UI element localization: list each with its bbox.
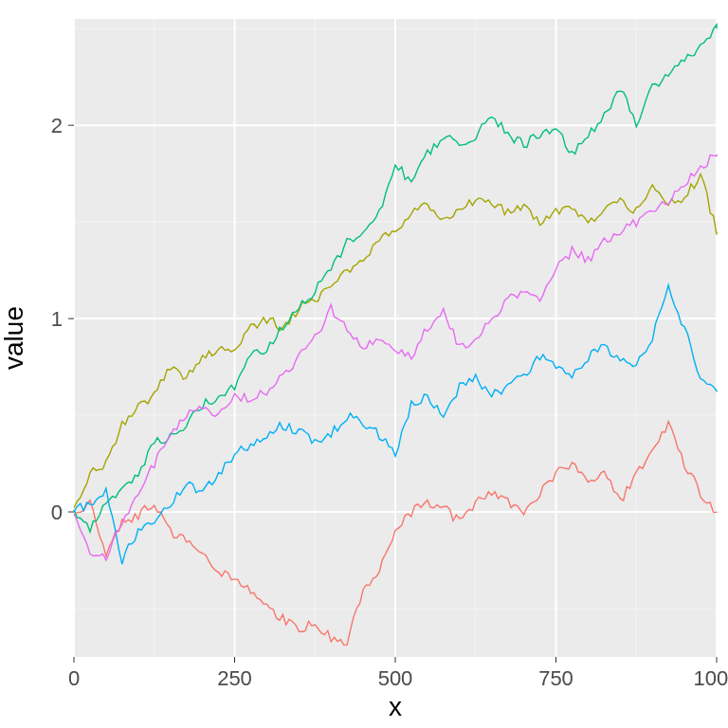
x-tick-label: 250 [217, 666, 252, 690]
line-chart: 02505007501000 012 x value [0, 0, 728, 728]
x-tick-label: 0 [68, 666, 80, 690]
x-tick-label: 500 [378, 666, 413, 690]
y-axis-title: value [0, 306, 28, 370]
y-tick-label: 1 [51, 307, 63, 331]
x-tick-label: 750 [538, 666, 573, 690]
x-axis-title: x [389, 692, 402, 721]
y-tick-label: 2 [51, 114, 63, 137]
chart-container: 02505007501000 012 x value [0, 0, 728, 728]
x-tick-label: 1000 [694, 666, 728, 690]
y-tick-label: 0 [51, 500, 63, 524]
